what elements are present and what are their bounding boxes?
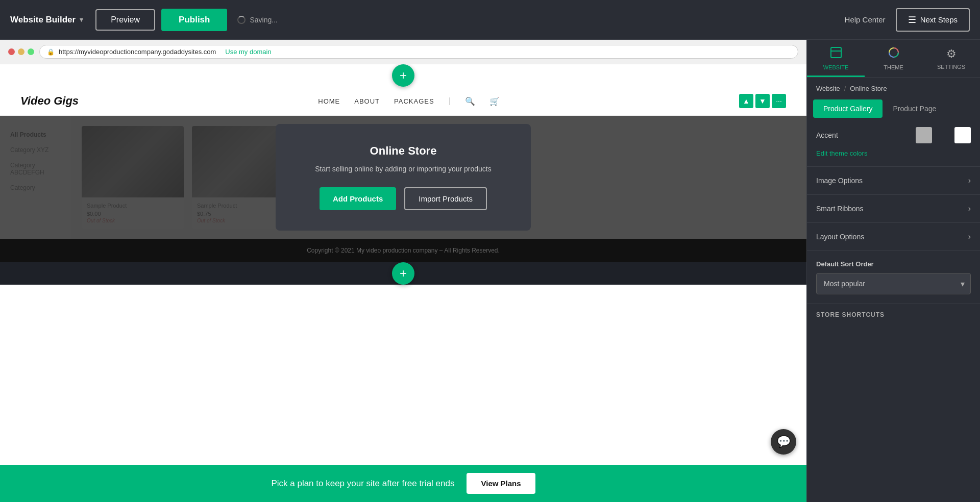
edit-theme-link[interactable]: Edit theme colors	[816, 149, 971, 157]
bottom-banner-text: Pick a plan to keep your site after free…	[271, 479, 454, 489]
sub-tab-page-label: Product Page	[893, 105, 936, 113]
canvas-inner: + Video Gigs HOME ABOUT PACKAGES | 🔍 🛒	[0, 64, 806, 465]
browser-chrome: 🔒 https://myvideoproductioncompany.godad…	[0, 40, 806, 64]
accent-label: Accent	[816, 131, 838, 139]
sort-order-label: Default Sort Order	[816, 260, 971, 268]
more-options-button[interactable]: ···	[772, 94, 786, 108]
footer-text: Copyright © 2021 My video production com…	[307, 247, 500, 254]
next-steps-icon: ☰	[908, 14, 916, 26]
site-logo: Video Gigs	[20, 94, 79, 108]
add-section-bottom: +	[0, 262, 806, 285]
brand-logo[interactable]: Website Builder ▾	[10, 15, 83, 25]
bottom-banner: Pick a plan to keep your site after free…	[0, 465, 806, 502]
add-section-top-button[interactable]: +	[392, 64, 414, 87]
site-nav: HOME ABOUT PACKAGES | 🔍 🛒	[318, 96, 500, 106]
brand-chevron-icon: ▾	[80, 16, 83, 23]
store-modal-description: Start selling online by adding or import…	[301, 165, 505, 173]
search-icon[interactable]: 🔍	[465, 96, 475, 106]
move-up-button[interactable]: ▲	[739, 94, 753, 108]
add-products-button[interactable]: Add Products	[320, 187, 396, 210]
dot-yellow	[18, 48, 24, 55]
sort-order-select[interactable]: Most popular Newest Price: Low to High P…	[816, 273, 971, 294]
next-steps-label: Next Steps	[920, 15, 958, 24]
browser-area: 🔒 https://myvideoproductioncompany.godad…	[0, 40, 806, 502]
top-bar: Website Builder ▾ Preview Publish Saving…	[0, 0, 980, 40]
sub-tabs: Product Gallery Product Page	[807, 99, 980, 118]
smart-ribbons-row[interactable]: Smart Ribbons ›	[807, 195, 980, 223]
sub-tab-gallery-label: Product Gallery	[823, 105, 872, 113]
lock-icon: 🔒	[47, 48, 55, 56]
store-modal: Online Store Start selling online by add…	[276, 124, 531, 231]
svg-rect-1	[831, 51, 841, 52]
tab-theme-label: THEME	[884, 64, 903, 70]
sort-order-select-wrapper: Most popular Newest Price: Low to High P…	[816, 273, 971, 294]
theme-tab-icon	[888, 47, 899, 61]
store-modal-overlay: Online Store Start selling online by add…	[0, 116, 806, 239]
move-down-button[interactable]: ▼	[755, 94, 770, 108]
smart-ribbons-label: Smart Ribbons	[816, 205, 864, 213]
brand-name: Website Builder	[10, 15, 76, 25]
nav-home[interactable]: HOME	[318, 97, 340, 105]
color-swatch-dark[interactable]	[935, 127, 951, 143]
dot-green	[28, 48, 34, 55]
import-products-button[interactable]: Import Products	[404, 187, 487, 210]
breadcrumb-separator: /	[844, 85, 846, 92]
chat-button[interactable]: 💬	[771, 429, 796, 455]
main-area: 🔒 https://myvideoproductioncompany.godad…	[0, 40, 980, 502]
image-options-row[interactable]: Image Options ›	[807, 167, 980, 195]
tab-theme[interactable]: THEME	[865, 40, 922, 77]
svg-rect-0	[831, 47, 841, 58]
add-section-top: +	[0, 64, 806, 87]
image-options-label: Image Options	[816, 177, 863, 185]
site-footer: Copyright © 2021 My video production com…	[0, 239, 806, 262]
sub-tab-product-gallery[interactable]: Product Gallery	[813, 99, 883, 118]
accent-row: Accent	[816, 127, 971, 143]
sub-tab-product-page[interactable]: Product Page	[883, 99, 946, 118]
use-domain-link[interactable]: Use my domain	[225, 48, 271, 56]
color-swatch-white[interactable]	[954, 127, 971, 143]
address-bar[interactable]: 🔒 https://myvideoproductioncompany.godad…	[39, 45, 798, 59]
tab-settings[interactable]: ⚙ SETTINGS	[922, 40, 980, 77]
store-modal-title: Online Store	[301, 144, 505, 158]
panel-tabs: WEBSITE THEME ⚙ SETTINGS	[807, 40, 980, 78]
accent-section: Accent Edit theme colors	[807, 118, 980, 167]
nav-packages[interactable]: PACKAGES	[394, 97, 434, 105]
saving-text: Saving...	[250, 16, 277, 24]
saving-spinner-icon	[237, 16, 246, 24]
tab-settings-label: SETTINGS	[937, 64, 965, 70]
website-tab-icon	[830, 47, 842, 61]
nav-about[interactable]: ABOUT	[354, 97, 380, 105]
canvas-wrapper: + Video Gigs HOME ABOUT PACKAGES | 🔍 🛒	[0, 64, 806, 465]
add-section-bottom-button[interactable]: +	[392, 262, 414, 285]
tab-website[interactable]: WEBSITE	[807, 40, 865, 77]
smart-ribbons-chevron-icon: ›	[968, 204, 971, 213]
breadcrumb-root[interactable]: Website	[816, 85, 840, 92]
canvas-controls: ▲ ▼ ···	[739, 94, 786, 108]
cart-icon[interactable]: 🛒	[489, 96, 500, 106]
site-header: Video Gigs HOME ABOUT PACKAGES | 🔍 🛒 ▲ ▼…	[0, 87, 806, 116]
next-steps-button[interactable]: ☰ Next Steps	[896, 8, 970, 32]
view-plans-button[interactable]: View Plans	[467, 473, 535, 494]
help-center-link[interactable]: Help Center	[845, 15, 886, 24]
product-area-wrapper: All Products Category XYZ Category ABCDE…	[0, 116, 806, 239]
tab-website-label: WEBSITE	[823, 64, 849, 70]
store-shortcuts-label: STORE SHORTCUTS	[807, 304, 980, 322]
image-options-chevron-icon: ›	[968, 176, 971, 185]
nav-separator: |	[449, 96, 451, 106]
publish-button[interactable]: Publish	[161, 9, 227, 31]
sort-order-section: Default Sort Order Most popular Newest P…	[807, 251, 980, 304]
layout-options-row[interactable]: Layout Options ›	[807, 223, 980, 251]
url-text: https://myvideoproductioncompany.godaddy…	[59, 48, 216, 56]
layout-options-label: Layout Options	[816, 233, 864, 241]
preview-button[interactable]: Preview	[95, 9, 155, 31]
browser-dots	[8, 48, 34, 55]
settings-tab-icon: ⚙	[946, 47, 957, 61]
layout-options-chevron-icon: ›	[968, 232, 971, 241]
store-modal-buttons: Add Products Import Products	[301, 187, 505, 210]
saving-indicator: Saving...	[237, 16, 277, 24]
right-panel: WEBSITE THEME ⚙ SETTINGS Website / Onlin…	[806, 40, 980, 502]
color-swatch-gray[interactable]	[916, 127, 932, 143]
breadcrumb-current: Online Store	[850, 85, 887, 92]
dot-red	[8, 48, 15, 55]
accent-colors	[916, 127, 971, 143]
